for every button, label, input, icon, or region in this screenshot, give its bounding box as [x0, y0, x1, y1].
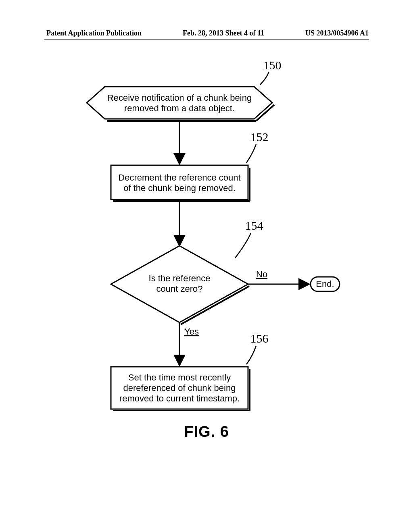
step-154-is-refcount-zero: Is the reference count zero? [111, 246, 249, 324]
step-154-text-line1: Is the reference [149, 273, 211, 283]
ref-150: 150 [260, 60, 282, 85]
svg-text:152: 152 [250, 130, 269, 143]
step-156-set-time-dereferenced: Set the time most recently dereferenced … [111, 367, 250, 411]
header-left: Patent Application Publication [46, 29, 142, 37]
ref-152: 152 [246, 130, 269, 163]
step-156-text-line2: dereferenced of chunk being [123, 383, 236, 393]
header-rule [44, 39, 369, 40]
header-right: US 2013/0054906 A1 [305, 29, 369, 37]
step-152-decrement-refcount: Decrement the reference count of the chu… [111, 165, 250, 201]
page-container: Patent Application Publication Feb. 28, … [0, 0, 413, 532]
step-150-text-line1: Receive notification of a chunk being [107, 93, 252, 103]
step-156-text-line1: Set the time most recently [128, 372, 231, 382]
header-center: Feb. 28, 2013 Sheet 4 of 11 [183, 29, 264, 37]
figure-label: FIG. 6 [0, 423, 413, 441]
step-150-receive-notification: Receive notification of a chunk being re… [87, 87, 274, 121]
step-150-text-line2: removed from a data object. [124, 103, 235, 113]
edge-label-yes: Yes [184, 326, 199, 337]
edge-label-no: No [256, 269, 267, 279]
ref-156: 156 [246, 332, 269, 364]
step-154-text-line2: count zero? [156, 284, 203, 294]
svg-text:156: 156 [250, 332, 269, 345]
step-152-text-line2: of the chunk being removed. [123, 183, 236, 193]
step-156-text-line3: removed to current timestamp. [119, 393, 240, 403]
svg-text:150: 150 [263, 60, 282, 72]
step-152-text-line1: Decrement the reference count [118, 172, 240, 183]
ref-154: 154 [235, 219, 263, 258]
terminator-end: End. [311, 277, 340, 291]
page-header: Patent Application Publication Feb. 28, … [46, 29, 369, 37]
flowchart: Receive notification of a chunk being re… [58, 60, 357, 411]
svg-text:154: 154 [245, 219, 263, 232]
terminator-end-text: End. [316, 279, 334, 289]
